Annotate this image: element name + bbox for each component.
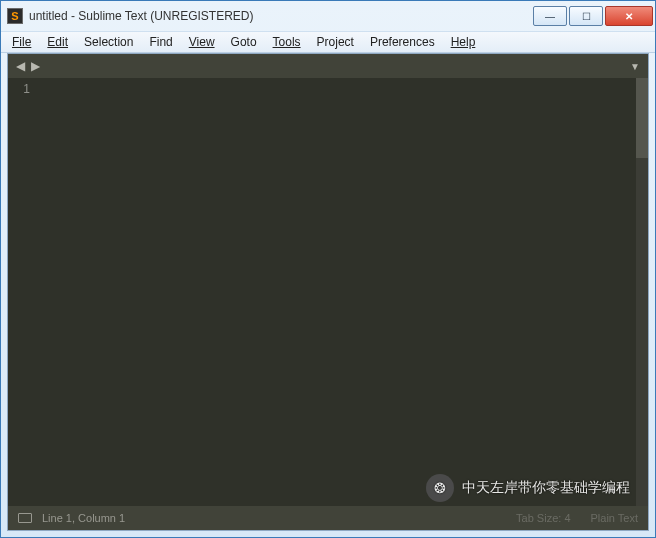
- menu-edit[interactable]: Edit: [40, 33, 75, 51]
- minimize-button[interactable]: —: [533, 6, 567, 26]
- menubar: File Edit Selection Find View Goto Tools…: [1, 31, 655, 53]
- tab-strip: ◀ ▶ ▼: [8, 54, 648, 78]
- scrollbar-thumb[interactable]: [636, 78, 648, 158]
- tab-nav-left-icon[interactable]: ◀: [16, 59, 25, 73]
- app-icon: S: [7, 8, 23, 24]
- editor-area: 1: [8, 78, 648, 506]
- menu-goto[interactable]: Goto: [224, 33, 264, 51]
- panel-switcher-icon[interactable]: [18, 513, 32, 523]
- window-title: untitled - Sublime Text (UNREGISTERED): [29, 9, 254, 23]
- gutter: 1: [8, 78, 38, 506]
- code-editor[interactable]: [38, 78, 636, 506]
- maximize-button[interactable]: ☐: [569, 6, 603, 26]
- titlebar: S untitled - Sublime Text (UNREGISTERED)…: [1, 1, 655, 31]
- menu-file[interactable]: File: [5, 33, 38, 51]
- close-button[interactable]: ✕: [605, 6, 653, 26]
- menu-find[interactable]: Find: [142, 33, 179, 51]
- status-cursor-position: Line 1, Column 1: [42, 512, 125, 524]
- gutter-line-number: 1: [8, 82, 30, 96]
- menu-tools[interactable]: Tools: [266, 33, 308, 51]
- menu-help[interactable]: Help: [444, 33, 483, 51]
- menu-selection[interactable]: Selection: [77, 33, 140, 51]
- tab-dropdown-icon[interactable]: ▼: [630, 61, 640, 72]
- tab-nav-right-icon[interactable]: ▶: [31, 59, 40, 73]
- status-bar: Line 1, Column 1 Tab Size: 4 Plain Text: [8, 506, 648, 530]
- window-controls: — ☐ ✕: [533, 6, 653, 26]
- menu-view[interactable]: View: [182, 33, 222, 51]
- window: S untitled - Sublime Text (UNREGISTERED)…: [0, 0, 656, 538]
- client-area: ◀ ▶ ▼ 1 ❂ 中天左岸带你零基础学编程 Line 1, Column 1 …: [7, 53, 649, 531]
- vertical-scrollbar[interactable]: [636, 78, 648, 506]
- menu-preferences[interactable]: Preferences: [363, 33, 442, 51]
- status-tab-size[interactable]: Tab Size: 4: [516, 512, 570, 524]
- menu-project[interactable]: Project: [310, 33, 361, 51]
- status-syntax[interactable]: Plain Text: [591, 512, 639, 524]
